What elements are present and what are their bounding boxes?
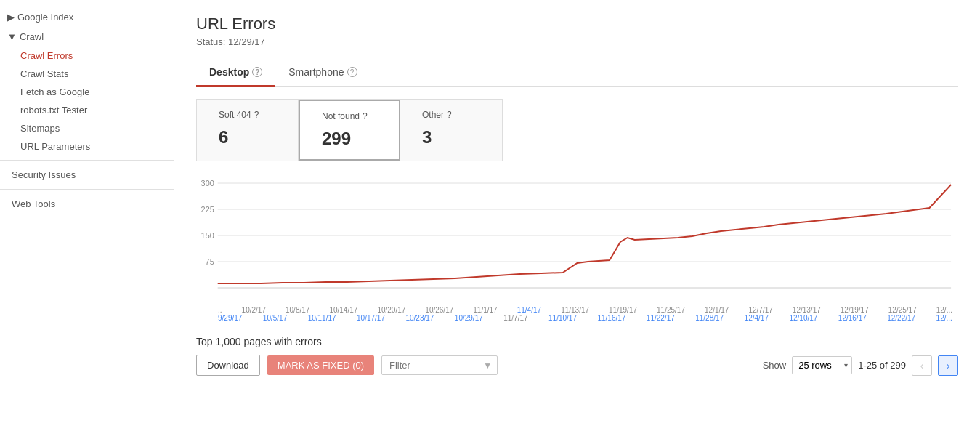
download-button[interactable]: Download: [196, 355, 260, 376]
prev-page-button[interactable]: ‹: [912, 355, 932, 376]
not-found-value: 299: [322, 129, 377, 149]
svg-text:225: 225: [201, 205, 214, 214]
sidebar-item-crawl[interactable]: ▼ Crawl: [0, 27, 174, 47]
sidebar-divider-1: [0, 160, 174, 161]
svg-text:75: 75: [206, 257, 214, 266]
chart-container: 300 225 150 75 .. 10/2/17 10/8/17 10/14/…: [196, 176, 958, 321]
status-text: Status: 12/29/17: [196, 36, 958, 47]
svg-text:150: 150: [201, 231, 214, 240]
tab-smartphone[interactable]: Smartphone ?: [275, 59, 370, 87]
page-title: URL Errors: [196, 15, 958, 33]
main-content: URL Errors Status: 12/29/17 Desktop ? Sm…: [174, 0, 980, 447]
rows-select[interactable]: 25 rows 10 rows 50 rows 100 rows: [792, 356, 852, 374]
mark-as-fixed-button[interactable]: MARK AS FIXED (0): [267, 355, 374, 375]
chart-svg: 300 225 150 75: [196, 176, 958, 307]
tab-desktop[interactable]: Desktop ?: [196, 59, 275, 87]
sidebar-item-security-issues[interactable]: Security Issues: [0, 165, 174, 185]
sidebar-sub-item-fetch-as-google[interactable]: Fetch as Google: [0, 83, 174, 101]
chart-x-labels-bottom: 9/29/17 10/5/17 10/11/17 10/17/17 10/23/…: [196, 314, 958, 322]
sidebar-crawl-label: Crawl: [20, 31, 44, 42]
error-card-not-found[interactable]: Not found ? 299: [299, 100, 400, 161]
chevron-right-icon: ▶: [7, 12, 15, 23]
error-card-other[interactable]: Other ? 3: [400, 100, 502, 161]
chevron-down-icon: ▼: [7, 31, 17, 42]
status-date: 12/29/17: [228, 36, 265, 47]
sidebar-google-index-label: Google Index: [17, 12, 73, 23]
error-card-soft404[interactable]: Soft 404 ? 6: [197, 100, 299, 161]
sidebar: ▶ Google Index ▼ Crawl Crawl Errors Craw…: [0, 0, 174, 447]
show-label: Show: [763, 360, 787, 371]
filter-input[interactable]: [381, 355, 498, 375]
status-label: Status:: [196, 36, 225, 47]
soft404-help-icon[interactable]: ?: [254, 110, 259, 120]
sidebar-sub-item-sitemaps[interactable]: Sitemaps: [0, 119, 174, 137]
sidebar-item-google-index[interactable]: ▶ Google Index: [0, 7, 174, 27]
soft404-value: 6: [219, 127, 276, 148]
other-value: 3: [422, 127, 480, 148]
filter-icon: ▼: [483, 361, 492, 371]
pagination-count: 1-25 of 299: [858, 360, 906, 371]
section-title: Top 1,000 pages with errors: [196, 336, 958, 347]
svg-text:300: 300: [201, 179, 214, 188]
toolbar: Download MARK AS FIXED (0) ▼ Show 25 row…: [196, 355, 958, 376]
sidebar-sub-item-crawl-stats[interactable]: Crawl Stats: [0, 65, 174, 83]
pagination-wrap: Show 25 rows 10 rows 50 rows 100 rows 1-…: [763, 355, 958, 376]
filter-wrap: ▼: [381, 355, 498, 375]
desktop-help-icon[interactable]: ?: [252, 67, 262, 77]
next-page-button[interactable]: ›: [938, 355, 958, 376]
sidebar-sub-item-url-parameters[interactable]: URL Parameters: [0, 137, 174, 156]
not-found-help-icon[interactable]: ?: [363, 111, 368, 121]
other-help-icon[interactable]: ?: [447, 110, 452, 120]
sidebar-sub-item-robots-tester[interactable]: robots.txt Tester: [0, 101, 174, 119]
chart-x-labels-top: .. 10/2/17 10/8/17 10/14/17 10/20/17 10/…: [196, 306, 958, 314]
smartphone-help-icon[interactable]: ?: [347, 67, 357, 77]
sidebar-divider-2: [0, 189, 174, 190]
error-cards: Soft 404 ? 6 Not found ? 299 Other ? 3: [196, 99, 503, 161]
tabs: Desktop ? Smartphone ?: [196, 59, 958, 87]
rows-select-wrap: 25 rows 10 rows 50 rows 100 rows: [792, 356, 852, 374]
sidebar-sub-item-crawl-errors[interactable]: Crawl Errors: [0, 47, 174, 65]
sidebar-item-web-tools[interactable]: Web Tools: [0, 194, 174, 214]
